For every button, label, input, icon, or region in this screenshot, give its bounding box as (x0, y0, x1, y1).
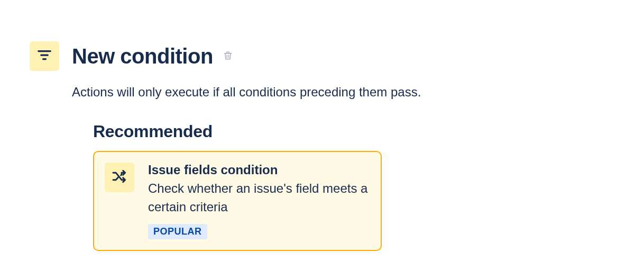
filter-icon (36, 47, 52, 65)
card-title: Issue fields condition (148, 163, 368, 177)
page-title: New condition (72, 44, 213, 68)
header-row: New condition (30, 41, 644, 71)
page-description: Actions will only execute if all conditi… (72, 85, 644, 100)
title-group: New condition (72, 44, 235, 68)
trash-icon (223, 50, 233, 62)
popular-badge: POPULAR (148, 224, 207, 239)
delete-button[interactable] (220, 48, 235, 65)
condition-icon-box (30, 41, 59, 71)
card-description: Check whether an issue's field meets a c… (148, 180, 368, 217)
card-content: Issue fields condition Check whether an … (148, 163, 368, 239)
shuffle-icon (111, 168, 128, 187)
recommended-section: Recommended Issue fields condition Check… (93, 122, 644, 251)
condition-card-issue-fields[interactable]: Issue fields condition Check whether an … (93, 151, 382, 251)
card-icon-box (105, 163, 134, 192)
section-heading: Recommended (93, 122, 644, 141)
